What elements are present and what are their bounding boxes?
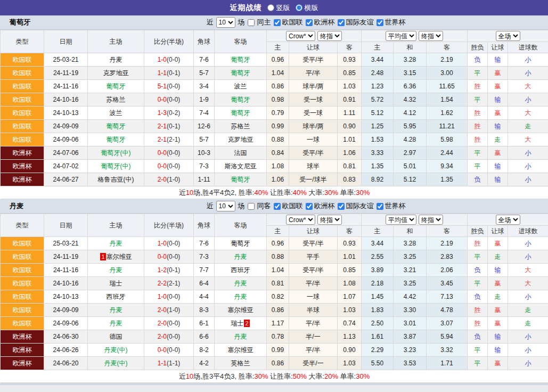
- score-cell: 1-3(0-2): [144, 107, 194, 120]
- result-handicap: 输: [488, 264, 508, 277]
- avg-draw-odds: 5.95: [394, 120, 427, 133]
- team-label: 葡萄牙: [107, 83, 126, 90]
- home-team-cell: 葡萄牙: [88, 133, 144, 146]
- horizontal-radio-input[interactable]: [296, 4, 302, 11]
- score-cell: 2-0(0-0): [144, 330, 194, 344]
- col-header: 类型: [1, 214, 44, 237]
- comp-checkbox-1[interactable]: [306, 203, 313, 210]
- avg-draw-odds: 4.42: [394, 290, 427, 304]
- bookmaker-select-1[interactable]: 终指: [317, 215, 342, 225]
- away-team-cell: 英格兰: [215, 357, 267, 370]
- result-outcome: 胜: [468, 133, 488, 146]
- recent-count-select[interactable]: 10: [216, 201, 235, 211]
- comp-checkbox-0[interactable]: [274, 19, 281, 26]
- avg-away-odds: 3.45: [427, 277, 468, 290]
- fulltime-score: 2-1: [158, 123, 167, 130]
- average-select-1[interactable]: 终指: [419, 215, 443, 225]
- avg-away-odds: 11.65: [427, 80, 468, 93]
- bookmaker-select-0[interactable]: Crow*: [286, 31, 315, 41]
- handicap-away-odds: 1.07: [338, 290, 362, 304]
- sub-col-header: 胜负: [468, 42, 488, 53]
- page-title: 近期战绩: [230, 3, 262, 13]
- average-select-1[interactable]: 终指: [419, 31, 443, 41]
- avg-draw-odds: 3.53: [394, 357, 427, 370]
- avg-away-odds: 4.78: [427, 304, 468, 317]
- competition-badge: 欧洲杯: [1, 160, 44, 173]
- same-venue-label: 同客: [257, 201, 271, 211]
- handicap-away-odds: 0.93: [338, 53, 362, 67]
- result-outcome: 负: [468, 173, 488, 186]
- result-handicap: 赢: [488, 317, 508, 330]
- avg-home-odds: 5.12: [362, 107, 394, 120]
- result-handicap: 输: [488, 173, 508, 186]
- vertical-radio-input[interactable]: [267, 4, 274, 11]
- comp-checkbox-3[interactable]: [377, 19, 383, 26]
- away-team-cell: 葡萄牙: [215, 237, 267, 250]
- red-card-badge: 2: [244, 320, 249, 327]
- handicap-home-odds: 0.96: [267, 53, 289, 67]
- home-team-cell: 丹麦: [88, 264, 144, 277]
- handicap-home-odds: 1.17: [267, 317, 289, 330]
- result-goals: 小: [508, 330, 548, 344]
- handicap-line: 受一球: [289, 93, 338, 107]
- away-team-cell: 葡萄牙: [215, 67, 267, 80]
- comp-checkbox-3[interactable]: [377, 203, 383, 210]
- fullmatch-select-0[interactable]: 全场: [496, 31, 520, 41]
- summary-row: 近10场,胜3平4负3, 胜率:30% 让胜率:50% 大率:20% 单率:30…: [1, 370, 548, 383]
- fulltime-score: 1-0: [158, 293, 167, 300]
- bookmaker-select-1[interactable]: 终指: [317, 31, 342, 41]
- avg-home-odds: 3.89: [362, 264, 394, 277]
- layout-radio-vertical[interactable]: 竖版: [267, 3, 290, 13]
- corner-cell: 8-3: [194, 304, 215, 317]
- bookmaker-select-0[interactable]: Crow*: [286, 215, 315, 225]
- comp-checkbox-2[interactable]: [338, 203, 345, 210]
- average-select-0[interactable]: 平均值: [386, 215, 416, 225]
- recent-count-select[interactable]: 10: [216, 17, 235, 28]
- comp-checkbox-2[interactable]: [338, 19, 345, 26]
- sub-col-header: 进球数: [508, 42, 548, 53]
- comp-checkbox-1[interactable]: [306, 19, 313, 26]
- halftime-score: (1-1): [167, 360, 180, 367]
- away-team-cell: 斯洛文尼亚: [215, 160, 267, 173]
- handicap-away-odds: 0.85: [338, 264, 362, 277]
- summary-segment: 单率:: [338, 372, 356, 380]
- comp-label-1: 欧洲杯: [314, 201, 335, 211]
- avg-draw-odds: 3.23: [394, 344, 427, 357]
- result-outcome: 负: [468, 330, 488, 344]
- average-select-0[interactable]: 平均值: [386, 31, 416, 41]
- same-venue-checkbox[interactable]: [248, 203, 255, 210]
- title-bar: 近期战绩 竖版 横版: [0, 0, 548, 15]
- match-row: 欧国联24-11-16丹麦1-2(0-1)7-7西班牙1.04受平/半0.853…: [1, 264, 548, 277]
- avg-draw-odds: 5.01: [394, 160, 427, 173]
- handicap-home-odds: 0.78: [267, 330, 289, 344]
- home-team-cell: 瑞士: [88, 277, 144, 290]
- home-team-cell: 葡萄牙(中): [88, 160, 144, 173]
- match-date: 24-06-30: [44, 330, 88, 344]
- score-cell: 1-0(0-0): [144, 290, 194, 304]
- odds-group-header: 全场: [468, 30, 548, 42]
- summary-segment: 让胜率:: [268, 372, 292, 380]
- match-date: 24-11-16: [44, 80, 88, 93]
- near-label: 近: [207, 18, 214, 27]
- match-date: 24-11-19: [44, 250, 88, 264]
- avg-home-odds: 2.50: [362, 317, 394, 330]
- summary-segment: 40%: [293, 189, 307, 197]
- match-row: 欧国联24-11-19克罗地亚1-1(0-1)5-7葡萄牙1.04平/半0.85…: [1, 67, 548, 80]
- same-venue-checkbox[interactable]: [248, 19, 255, 26]
- competition-badge: 欧国联: [1, 107, 44, 120]
- comp-checkbox-0[interactable]: [274, 203, 281, 210]
- fulltime-score: 1-3: [158, 109, 167, 117]
- result-handicap: 赢: [488, 107, 508, 120]
- layout-radio-horizontal[interactable]: 横版: [296, 3, 318, 13]
- team-label: 法国: [234, 149, 247, 157]
- team-label: 英格兰: [231, 360, 250, 367]
- col-header: 主场: [88, 214, 144, 237]
- fulltime-score: 5-1: [158, 83, 167, 90]
- halftime-score: (0-1): [167, 266, 180, 274]
- score-cell: 2-0(1-0): [144, 173, 194, 186]
- handicap-line: 半/一: [289, 330, 338, 344]
- sub-col-header: 主: [362, 42, 394, 53]
- score-cell: 0-0(0-0): [144, 146, 194, 160]
- fullmatch-select-0[interactable]: 全场: [496, 215, 520, 225]
- match-row: 欧国联24-10-16苏格兰0-0(0-0)1-9葡萄牙0.98受一球0.915…: [1, 93, 548, 107]
